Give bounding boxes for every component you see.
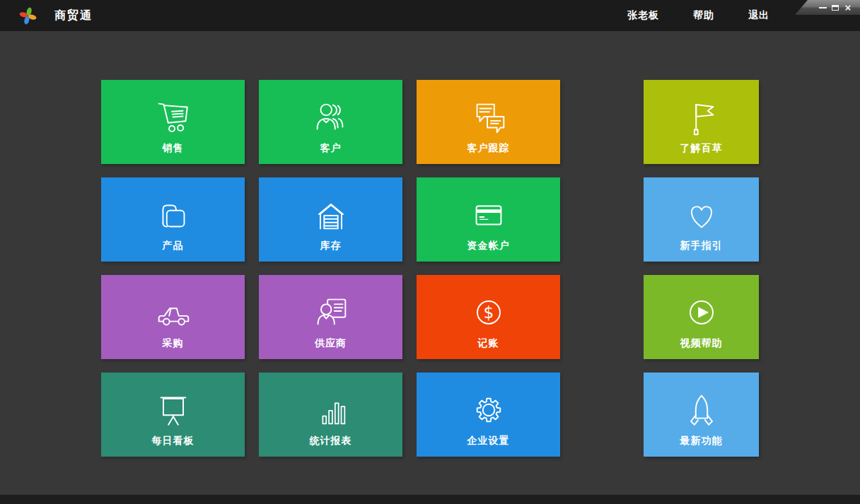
rocket-icon xyxy=(680,388,724,432)
tile-label: 记账 xyxy=(417,337,560,350)
main-tile-grid: 销售 客户 客户跟踪 产品 库存 资金帐户 采购 xyxy=(101,80,560,457)
exit-menu-item[interactable]: 退出 xyxy=(731,9,786,22)
tile-label: 客户 xyxy=(259,142,402,155)
dollar-circle-icon: $ xyxy=(467,291,511,334)
warehouse-icon xyxy=(309,193,353,237)
tile-label: 资金帐户 xyxy=(417,240,560,252)
heart-icon xyxy=(680,193,724,237)
app-title: 商贸通 xyxy=(54,8,93,23)
tile-label: 新手指引 xyxy=(644,240,759,252)
tile-daily-board[interactable]: 每日看板 xyxy=(101,373,245,457)
folder-icon xyxy=(151,193,195,237)
tile-label: 企业设置 xyxy=(417,435,560,447)
tile-label: 最新功能 xyxy=(644,435,759,447)
tile-label: 产品 xyxy=(101,240,245,252)
tile-about-baicao[interactable]: 了解百草 xyxy=(644,80,759,164)
tile-inventory[interactable]: 库存 xyxy=(259,177,402,262)
tile-latest-features[interactable]: 最新功能 xyxy=(644,373,759,457)
tile-customers[interactable]: 客户 xyxy=(259,80,402,164)
tile-products[interactable]: 产品 xyxy=(101,177,245,262)
top-menu: 张老板 帮助 退出 xyxy=(610,9,786,22)
bar-chart-icon xyxy=(309,388,353,432)
presentation-board-icon xyxy=(151,388,195,432)
tile-fund-account[interactable]: 资金帐户 xyxy=(417,177,560,262)
tile-suppliers[interactable]: 供应商 xyxy=(259,275,402,359)
people-icon xyxy=(309,95,353,139)
tile-label: 客户跟踪 xyxy=(417,142,560,155)
flag-icon xyxy=(680,95,724,139)
tile-label: 统计报表 xyxy=(259,435,402,447)
tile-beginner-guide[interactable]: 新手指引 xyxy=(644,177,759,262)
cart-icon xyxy=(151,95,195,139)
svg-text:$: $ xyxy=(483,303,494,322)
tile-label: 供应商 xyxy=(259,337,402,350)
tile-label: 销售 xyxy=(101,142,245,155)
tile-label: 了解百草 xyxy=(644,142,759,155)
minimize-button[interactable] xyxy=(816,1,829,14)
chat-icon xyxy=(467,95,511,139)
help-menu-item[interactable]: 帮助 xyxy=(676,9,731,22)
gear-icon xyxy=(467,388,511,432)
tile-statistics-reports[interactable]: 统计报表 xyxy=(259,373,402,457)
user-menu-item[interactable]: 张老板 xyxy=(610,9,676,22)
close-button[interactable]: × xyxy=(842,1,854,14)
supplier-card-icon xyxy=(309,291,353,334)
tile-label: 每日看板 xyxy=(101,435,245,447)
tile-bookkeeping[interactable]: $ 记账 xyxy=(417,275,560,359)
window-bottom-edge xyxy=(0,495,860,504)
tile-enterprise-settings[interactable]: 企业设置 xyxy=(417,373,560,457)
tile-label: 采购 xyxy=(101,337,245,350)
tile-customer-tracking[interactable]: 客户跟踪 xyxy=(417,80,560,164)
side-tile-grid: 了解百草 新手指引 视频帮助 最新功能 xyxy=(644,80,759,457)
close-icon: × xyxy=(845,2,852,13)
tile-label: 视频帮助 xyxy=(644,337,759,350)
titlebar: 商贸通 张老板 帮助 退出 xyxy=(0,0,860,31)
tile-video-help[interactable]: 视频帮助 xyxy=(644,275,759,359)
maximize-button[interactable] xyxy=(829,1,842,14)
maximize-icon xyxy=(832,5,839,11)
minimize-icon xyxy=(819,7,827,8)
credit-card-icon xyxy=(467,193,511,237)
tile-sales[interactable]: 销售 xyxy=(101,80,245,164)
app-logo-pinwheel-icon xyxy=(18,6,37,25)
play-circle-icon xyxy=(680,291,724,334)
car-icon xyxy=(151,291,195,334)
tile-purchasing[interactable]: 采购 xyxy=(101,275,245,359)
tile-label: 库存 xyxy=(259,240,402,252)
